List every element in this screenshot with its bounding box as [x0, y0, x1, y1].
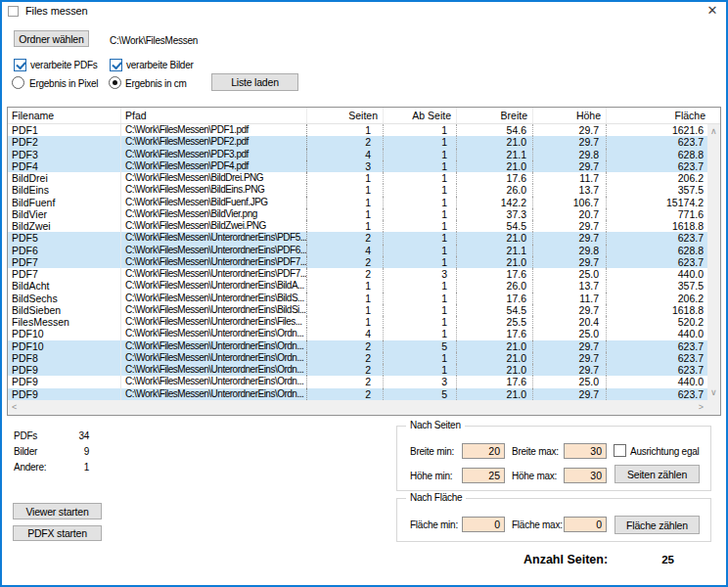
seiten-zaehlen-button[interactable]: Seiten zählen	[614, 465, 700, 483]
hoehe-max-field[interactable]: 30	[564, 468, 607, 483]
cell-filename: BildSechs	[8, 293, 121, 304]
table-row[interactable]: BildZwei C:\Work\FilesMessen\BildZwei.PN…	[8, 220, 707, 232]
cell-flaeche: 206.2	[607, 293, 707, 304]
cell-flaeche: 440.0	[607, 328, 707, 339]
pdfx-start-button[interactable]: PDFX starten	[13, 525, 102, 541]
cell-abseite: 1	[384, 197, 457, 208]
breite-max-label: Breite max:	[512, 446, 559, 457]
table-row[interactable]: PDF10 C:\Work\FilesMessen\UnterordnerEin…	[8, 340, 707, 352]
hoehe-min-field[interactable]: 25	[462, 468, 505, 483]
cell-breite: 21.0	[457, 364, 533, 376]
cell-hoehe: 11.7	[533, 293, 607, 304]
process-images-checkbox[interactable]	[110, 59, 122, 71]
close-button[interactable]: ✕	[704, 3, 721, 19]
cell-filename: BildVier	[8, 208, 121, 220]
table-row[interactable]: PDF7 C:\Work\FilesMessen\UnterordnerEins…	[8, 256, 707, 268]
result-pixel-radio[interactable]	[12, 76, 24, 89]
cell-flaeche: 623.7	[607, 256, 707, 268]
cell-filename: PDF9	[8, 364, 121, 376]
cell-abseite: 1	[384, 136, 457, 148]
column-header-flaeche[interactable]: Fläche	[607, 108, 720, 123]
cell-breite: 54.6	[457, 124, 533, 136]
scroll-right-icon[interactable]: >	[699, 403, 704, 412]
cell-flaeche: 1621.6	[607, 124, 707, 136]
ausrichtung-checkbox[interactable]	[614, 444, 626, 457]
cell-filename: BildSieben	[8, 304, 121, 316]
table-row[interactable]: BildFuenf C:\Work\FilesMessen\BildFuenf.…	[8, 197, 707, 208]
cell-breite: 21.0	[457, 136, 533, 148]
cell-hoehe: 106.7	[533, 197, 607, 208]
column-header-breite[interactable]: Breite	[457, 108, 533, 123]
cell-seiten: 2	[307, 388, 384, 400]
cell-pfad: C:\Work\FilesMessen\PDF1.pdf	[121, 124, 307, 136]
cell-pfad: C:\Work\FilesMessen\UnterordnerEins\Ordn…	[121, 340, 307, 352]
table-row[interactable]: PDF7 C:\Work\FilesMessen\UnterordnerEins…	[8, 268, 707, 280]
table-row[interactable]: BildSieben C:\Work\FilesMessen\Unterordn…	[8, 304, 707, 316]
result-cm-radio[interactable]	[109, 76, 121, 89]
scrollbar-corner	[707, 400, 720, 415]
cell-abseite: 1	[384, 124, 457, 136]
cell-hoehe: 29.8	[533, 149, 607, 160]
table-row[interactable]: PDF9 C:\Work\FilesMessen\UnterordnerEins…	[8, 364, 707, 376]
cell-hoehe: 29.7	[533, 220, 607, 232]
cell-hoehe: 29.7	[533, 124, 607, 136]
vertical-scrollbar[interactable]: ∧ ∨	[707, 124, 720, 400]
cell-seiten: 1	[307, 316, 384, 328]
scroll-down-icon[interactable]: ∨	[710, 388, 717, 397]
table-row[interactable]: PDF5 C:\Work\FilesMessen\UnterordnerEins…	[8, 232, 707, 244]
column-header-abseite[interactable]: Ab Seite	[384, 108, 457, 123]
cell-abseite: 1	[384, 352, 457, 364]
scroll-up-icon[interactable]: ∧	[710, 127, 717, 136]
flaeche-max-field[interactable]: 0	[564, 517, 607, 532]
cell-seiten: 1	[307, 124, 384, 136]
table-row[interactable]: BildSechs C:\Work\FilesMessen\Unterordne…	[8, 293, 707, 304]
choose-folder-button[interactable]: Ordner wählen	[14, 30, 89, 47]
cell-filename: PDF8	[8, 352, 121, 364]
cell-hoehe: 25.0	[533, 328, 607, 339]
app-window: Files messen ✕ Ordner wählen C:\Work\Fil…	[0, 0, 728, 587]
load-list-button[interactable]: Liste laden	[211, 73, 298, 91]
table-row[interactable]: PDF2 C:\Work\FilesMessen\PDF2.pdf 2 1 21…	[8, 136, 707, 148]
cell-abseite: 5	[384, 388, 457, 400]
breite-min-field[interactable]: 20	[462, 443, 505, 459]
nach-seiten-group: Nach Seiten Breite min: 20 Breite max: 3…	[396, 426, 711, 491]
cell-breite: 21.1	[457, 149, 533, 160]
cell-pfad: C:\Work\FilesMessen\UnterordnerEins\File…	[121, 316, 307, 328]
cell-breite: 54.5	[457, 220, 533, 232]
process-pdfs-checkbox[interactable]	[14, 59, 26, 71]
table-row[interactable]: BildDrei C:\Work\FilesMessen\BildDrei.PN…	[8, 172, 707, 184]
cell-pfad: C:\Work\FilesMessen\BildEins.PNG	[121, 184, 307, 196]
breite-max-field[interactable]: 30	[564, 443, 607, 459]
table-row[interactable]: BildEins C:\Work\FilesMessen\BildEins.PN…	[8, 184, 707, 196]
cell-seiten: 4	[307, 328, 384, 339]
table-row[interactable]: FilesMessen C:\Work\FilesMessen\Unterord…	[8, 316, 707, 328]
table-row[interactable]: PDF1 C:\Work\FilesMessen\PDF1.pdf 1 1 54…	[8, 124, 707, 136]
table-row[interactable]: PDF10 C:\Work\FilesMessen\UnterordnerEin…	[8, 328, 707, 339]
table-row[interactable]: BildVier C:\Work\FilesMessen\BildVier.pn…	[8, 208, 707, 220]
table-row[interactable]: PDF4 C:\Work\FilesMessen\PDF4.pdf 3 1 21…	[8, 160, 707, 172]
cell-breite: 26.0	[457, 184, 533, 196]
column-header-seiten[interactable]: Seiten	[307, 108, 384, 123]
flaeche-min-field[interactable]: 0	[462, 517, 505, 532]
table-row[interactable]: PDF6 C:\Work\FilesMessen\UnterordnerEins…	[8, 245, 707, 256]
column-header-hoehe[interactable]: Höhe	[533, 108, 607, 123]
horizontal-scrollbar[interactable]: < >	[8, 400, 707, 415]
column-header-filename[interactable]: Filename	[8, 108, 121, 123]
column-header-pfad[interactable]: Pfad	[121, 108, 307, 123]
cell-hoehe: 29.7	[533, 304, 607, 316]
cell-filename: BildDrei	[8, 172, 121, 184]
cell-breite: 17.6	[457, 268, 533, 280]
hoehe-min-label: Höhe min:	[410, 471, 452, 481]
table-row[interactable]: BildAcht C:\Work\FilesMessen\Unterordner…	[8, 280, 707, 292]
table-row[interactable]: PDF3 C:\Work\FilesMessen\PDF3.pdf 4 1 21…	[8, 149, 707, 160]
viewer-start-button[interactable]: Viewer starten	[13, 503, 102, 519]
cell-pfad: C:\Work\FilesMessen\PDF3.pdf	[121, 149, 307, 160]
table-rows: PDF1 C:\Work\FilesMessen\PDF1.pdf 1 1 54…	[8, 124, 707, 400]
table-row[interactable]: PDF9 C:\Work\FilesMessen\UnterordnerEins…	[8, 376, 707, 387]
table-row[interactable]: PDF8 C:\Work\FilesMessen\UnterordnerEins…	[8, 352, 707, 364]
cell-pfad: C:\Work\FilesMessen\UnterordnerEins\Ordn…	[121, 328, 307, 339]
table-row[interactable]: PDF9 C:\Work\FilesMessen\UnterordnerEins…	[8, 388, 707, 400]
scroll-left-icon[interactable]: <	[12, 403, 17, 412]
flaeche-zaehlen-button[interactable]: Fläche zählen	[614, 516, 700, 534]
cell-abseite: 1	[384, 245, 457, 256]
